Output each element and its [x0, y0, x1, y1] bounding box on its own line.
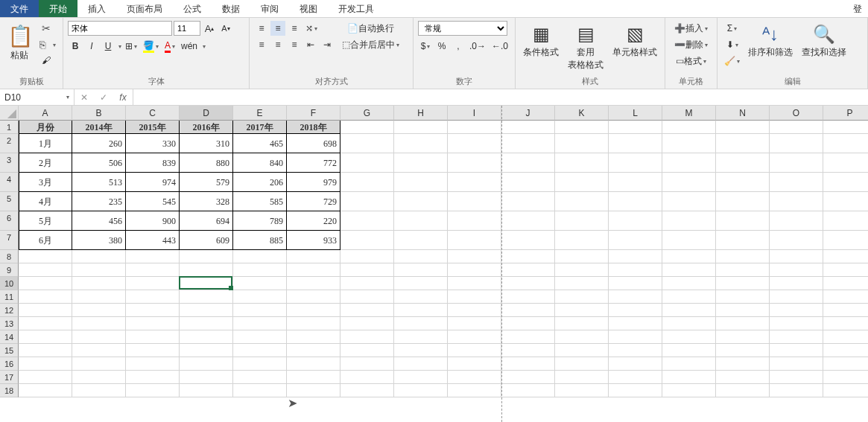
cell-I9[interactable]: [448, 263, 501, 277]
cut-button[interactable]: [37, 21, 58, 36]
col-header-K[interactable]: K: [555, 106, 609, 121]
cell-G11[interactable]: [340, 290, 394, 304]
border-button[interactable]: ⊞▾: [123, 39, 139, 54]
sort-filter-button[interactable]: ᴬ↓ 排序和筛选: [745, 21, 796, 62]
cell-C15[interactable]: [126, 344, 180, 357]
cell-B4[interactable]: 513: [72, 173, 126, 192]
cell-D16[interactable]: [180, 357, 233, 371]
cell-A2[interactable]: 1月: [19, 134, 72, 153]
cell-N7[interactable]: [716, 231, 770, 250]
cell-N3[interactable]: [716, 153, 770, 173]
orientation-button[interactable]: ⤭▾: [303, 21, 320, 36]
cell-M17[interactable]: [662, 371, 716, 384]
cell-J3[interactable]: [501, 153, 555, 173]
row-header-2[interactable]: 2: [0, 134, 19, 153]
cell-P7[interactable]: [823, 231, 868, 250]
cell-E1[interactable]: 2017年: [233, 121, 287, 134]
cell-G2[interactable]: [340, 134, 394, 153]
cell-N8[interactable]: [716, 250, 770, 263]
cell-B11[interactable]: [72, 290, 126, 304]
cell-P9[interactable]: [823, 263, 868, 277]
cell-L14[interactable]: [609, 330, 662, 344]
row-header-8[interactable]: 8: [0, 250, 19, 263]
pinyin-button[interactable]: wén: [179, 39, 200, 54]
cell-A6[interactable]: 5月: [19, 211, 72, 231]
cell-J12[interactable]: [501, 304, 555, 317]
cell-J13[interactable]: [501, 317, 555, 330]
cell-K13[interactable]: [555, 317, 609, 330]
cell-F4[interactable]: 979: [287, 173, 340, 192]
cell-F7[interactable]: 933: [287, 231, 340, 250]
cell-P5[interactable]: [823, 192, 868, 211]
cell-F15[interactable]: [287, 344, 340, 357]
tab-review[interactable]: 审阅: [250, 0, 289, 17]
cell-F9[interactable]: [287, 263, 340, 277]
cell-C10[interactable]: [126, 277, 180, 290]
cell-D15[interactable]: [180, 344, 233, 357]
col-header-A[interactable]: A: [19, 106, 72, 121]
cell-K8[interactable]: [555, 250, 609, 263]
row-header-5[interactable]: 5: [0, 192, 19, 211]
underline-button[interactable]: U: [101, 39, 115, 54]
cell-E2[interactable]: 465: [233, 134, 287, 153]
align-right-button[interactable]: ≡: [287, 37, 302, 52]
cancel-formula-button[interactable]: ✕: [75, 89, 94, 105]
cell-L18[interactable]: [609, 384, 662, 397]
cell-N5[interactable]: [716, 192, 770, 211]
cell-M13[interactable]: [662, 317, 716, 330]
cell-M4[interactable]: [662, 173, 716, 192]
insert-cells-button[interactable]: ➕ 插入▾: [670, 21, 712, 36]
cell-P15[interactable]: [823, 344, 868, 357]
cell-I14[interactable]: [448, 330, 501, 344]
cell-O2[interactable]: [770, 134, 823, 153]
cell-H7[interactable]: [394, 231, 448, 250]
cell-O13[interactable]: [770, 317, 823, 330]
cell-N15[interactable]: [716, 344, 770, 357]
col-header-F[interactable]: F: [287, 106, 340, 121]
font-color-button[interactable]: A▾: [162, 39, 177, 54]
cell-M18[interactable]: [662, 384, 716, 397]
cell-J15[interactable]: [501, 344, 555, 357]
cell-M5[interactable]: [662, 192, 716, 211]
cell-G7[interactable]: [340, 231, 394, 250]
cell-H8[interactable]: [394, 250, 448, 263]
spreadsheet-grid[interactable]: ABCDEFGHIJKLMNOP 12345678910111213141516…: [0, 106, 868, 422]
cell-J10[interactable]: [501, 277, 555, 290]
cells-area[interactable]: 月份2014年2015年2016年2017年2018年1月26033031046…: [19, 121, 868, 397]
cell-E5[interactable]: 585: [233, 192, 287, 211]
align-center-button[interactable]: ≡: [270, 37, 285, 52]
cell-K15[interactable]: [555, 344, 609, 357]
fill-color-button[interactable]: 🪣▾: [141, 39, 161, 54]
cell-E3[interactable]: 840: [233, 153, 287, 173]
cell-E14[interactable]: [233, 330, 287, 344]
cell-G9[interactable]: [340, 263, 394, 277]
cell-L4[interactable]: [609, 173, 662, 192]
cell-M16[interactable]: [662, 357, 716, 371]
cell-H13[interactable]: [394, 317, 448, 330]
cell-N11[interactable]: [716, 290, 770, 304]
cell-O14[interactable]: [770, 330, 823, 344]
row-header-7[interactable]: 7: [0, 231, 19, 250]
cell-A13[interactable]: [19, 317, 72, 330]
col-header-D[interactable]: D: [180, 106, 233, 121]
cell-O15[interactable]: [770, 344, 823, 357]
cell-M14[interactable]: [662, 330, 716, 344]
cell-I12[interactable]: [448, 304, 501, 317]
row-header-15[interactable]: 15: [0, 344, 19, 357]
cell-D9[interactable]: [180, 263, 233, 277]
tab-layout[interactable]: 页面布局: [116, 0, 173, 17]
cell-D8[interactable]: [180, 250, 233, 263]
delete-cells-button[interactable]: ➖ 删除▾: [670, 37, 712, 52]
cell-J5[interactable]: [501, 192, 555, 211]
cell-N17[interactable]: [716, 371, 770, 384]
cell-L8[interactable]: [609, 250, 662, 263]
cell-C6[interactable]: 900: [126, 211, 180, 231]
row-header-9[interactable]: 9: [0, 263, 19, 277]
cell-O4[interactable]: [770, 173, 823, 192]
cell-J16[interactable]: [501, 357, 555, 371]
cell-B14[interactable]: [72, 330, 126, 344]
cell-N18[interactable]: [716, 384, 770, 397]
cell-H6[interactable]: [394, 211, 448, 231]
cell-F10[interactable]: [287, 277, 340, 290]
cell-C4[interactable]: 974: [126, 173, 180, 192]
